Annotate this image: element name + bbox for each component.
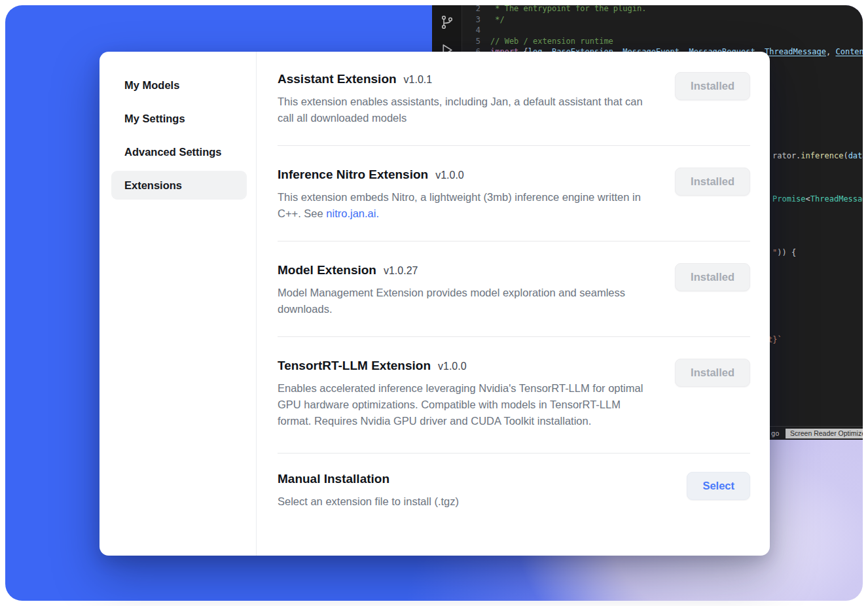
installed-button[interactable]: Installed <box>675 72 750 100</box>
sidebar-item-my-models[interactable]: My Models <box>111 71 247 99</box>
extensions-panel: Assistant Extension v1.0.1 This extensio… <box>257 52 770 556</box>
code-fragment: t}` <box>768 335 782 344</box>
manual-installation-description: Select an extension file to install (.tg… <box>278 493 656 510</box>
extension-name: Inference Nitro Extension <box>278 168 428 182</box>
sidebar-item-extensions[interactable]: Extensions <box>111 171 247 200</box>
settings-sidebar: My Models My Settings Advanced Settings … <box>99 52 257 556</box>
extension-name: Model Extension <box>278 263 376 277</box>
status-text: go <box>771 429 780 437</box>
code-fragment: rator.inference(data)); <box>772 151 863 160</box>
manual-installation-row: Manual Installation Select an extension … <box>278 454 750 529</box>
extension-name: Assistant Extension <box>278 72 397 86</box>
installed-button[interactable]: Installed <box>675 359 750 387</box>
extension-description: This extension enables assistants, inclu… <box>278 94 656 126</box>
sidebar-item-advanced-settings[interactable]: Advanced Settings <box>111 137 247 166</box>
installed-button[interactable]: Installed <box>675 263 750 291</box>
sidebar-item-my-settings[interactable]: My Settings <box>111 104 247 133</box>
installed-button[interactable]: Installed <box>675 168 750 196</box>
screen-reader-badge[interactable]: Screen Reader Optimized <box>786 429 863 438</box>
extension-row-assistant: Assistant Extension v1.0.1 This extensio… <box>278 52 750 145</box>
extension-version: v1.0.1 <box>404 74 433 86</box>
extension-row-model: Model Extension v1.0.27 Model Management… <box>278 241 750 336</box>
extension-description: Enables accelerated inference leveraging… <box>278 380 656 429</box>
extension-description: Model Management Extension provides mode… <box>278 285 656 317</box>
source-control-icon[interactable] <box>439 14 455 30</box>
select-file-button[interactable]: Select <box>687 472 750 500</box>
extension-name: TensortRT-LLM Extension <box>278 359 431 373</box>
extension-version: v1.0.27 <box>384 265 418 277</box>
extension-row-tensorrt: TensortRT-LLM Extension v1.0.0 Enables a… <box>278 337 750 453</box>
nitro-link[interactable]: nitro.jan.ai. <box>326 207 379 219</box>
extension-version: v1.0.0 <box>435 169 464 181</box>
extension-version: v1.0.0 <box>438 361 467 372</box>
code-fragment: ")) { <box>772 248 796 257</box>
manual-installation-title: Manual Installation <box>278 472 389 486</box>
extension-description: This extension embeds Nitro, a lightweig… <box>278 189 656 222</box>
code-lines: 2 * The entrypoint for the plugin.3 */45… <box>462 5 863 58</box>
settings-modal: My Models My Settings Advanced Settings … <box>99 52 770 556</box>
extension-row-nitro: Inference Nitro Extension v1.0.0 This ex… <box>278 146 750 241</box>
code-fragment: Promise<ThreadMessage> <box>772 194 863 204</box>
